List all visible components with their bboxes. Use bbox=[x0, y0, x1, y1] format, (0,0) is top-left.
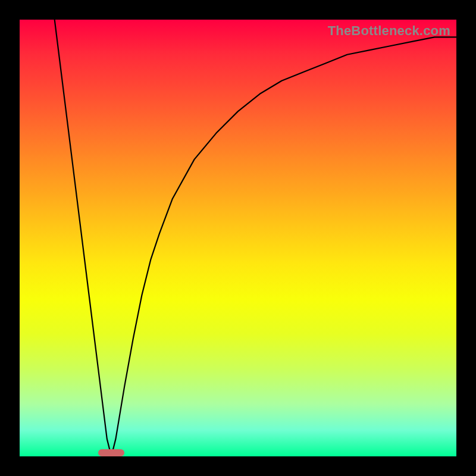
chart-frame: TheBottleneck.com bbox=[0, 0, 476, 476]
plot-area: TheBottleneck.com bbox=[20, 20, 456, 456]
bottleneck-curve bbox=[55, 20, 456, 456]
curve-layer bbox=[20, 20, 456, 456]
optimum-marker bbox=[98, 449, 124, 456]
